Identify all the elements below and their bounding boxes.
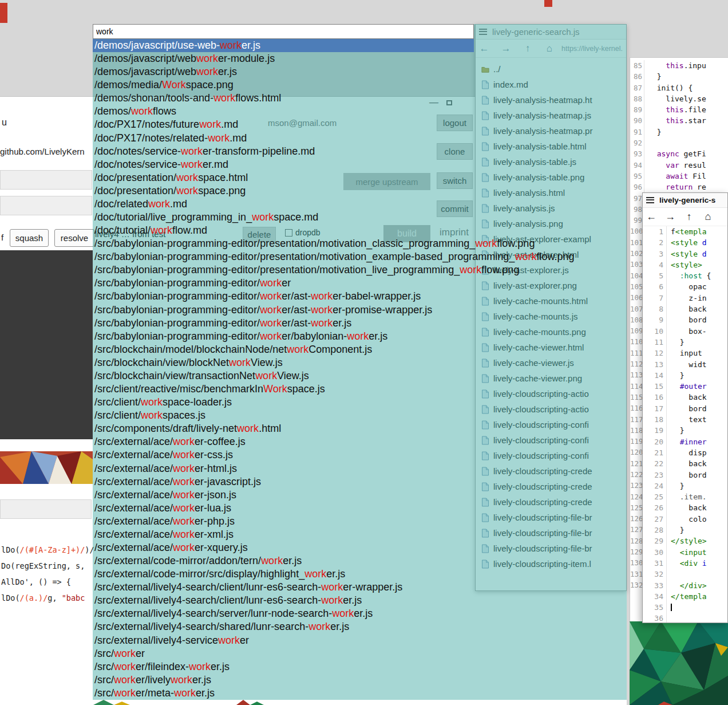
home-icon[interactable]: ⌂ (703, 211, 713, 223)
code-line[interactable]: 1f<templa (643, 226, 727, 237)
code-line[interactable]: 19 } (643, 425, 727, 436)
search-result-item[interactable]: /src/external/lively4-search/shared/lunr… (93, 620, 627, 633)
search-result-item[interactable]: /demos/shonan/tools-and-workflows.html (93, 92, 627, 105)
code-line[interactable]: 88 lively.se (630, 93, 728, 104)
code-line[interactable]: 13 widt (643, 359, 727, 370)
code-line[interactable]: 3<style d (643, 249, 727, 259)
code-line[interactable]: 34</templa (643, 591, 727, 602)
search-result-item[interactable]: /src/components/draft/lively-network.htm… (93, 422, 627, 435)
code-line[interactable]: 4<style> (643, 259, 727, 270)
search-result-item[interactable]: /src/worker/fileindex-worker.js (93, 660, 627, 674)
search-result-item[interactable]: /src/babylonian-programming-editor/worke… (93, 330, 627, 343)
code-line[interactable]: 87 init() { (630, 82, 728, 93)
code-line[interactable]: 25 .item. (643, 491, 727, 502)
code-line[interactable]: 36 (643, 613, 727, 623)
search-result-item[interactable]: /src/external/ace/worker-css.js (93, 448, 627, 462)
squash-button[interactable]: squash (10, 229, 49, 247)
code-line[interactable]: 15 #outer (643, 381, 727, 392)
resolve-button[interactable]: resolve (54, 229, 94, 247)
search-result-item[interactable]: /src/external/ace/worker-php.js (93, 515, 627, 528)
search-result-item[interactable]: /src/external/ace/worker-json.js (93, 489, 627, 502)
search-result-item[interactable]: /src/worker/meta-worker.js (93, 687, 627, 700)
code-line[interactable]: 14 } (643, 370, 727, 381)
search-result-item[interactable]: /src/external/ace/worker-lua.js (93, 502, 627, 515)
code-line[interactable]: 89 this.file (630, 104, 728, 115)
search-result-item[interactable]: /doc/relatedwork.md (93, 198, 627, 211)
clipped-button-f[interactable]: f (1, 233, 3, 242)
search-result-item[interactable]: /demos/media/Workspace.png (93, 78, 627, 92)
search-result-item[interactable]: /src/babylonian-programming-editor/worke… (93, 304, 627, 317)
search-result-item[interactable]: /src/client/reactive/misc/benchmarkInWor… (93, 383, 627, 396)
code-line[interactable]: 30 <input (643, 547, 727, 558)
code-line[interactable]: 91 } (630, 127, 728, 137)
code-line[interactable]: 94 var resul (630, 160, 728, 171)
code-line[interactable]: 27 colo (643, 514, 727, 525)
search-result-item[interactable]: /doc/PX17/notes/related-work.md (93, 132, 627, 145)
search-result-item[interactable]: /src/external/code-mirror/addon/tern/wor… (93, 554, 627, 568)
code-line[interactable]: 23 bord (643, 470, 727, 480)
search-result-item[interactable]: /demos/javascript/webworker.js (93, 65, 627, 78)
code-line[interactable]: 35 (643, 602, 727, 613)
search-result-item[interactable]: /demos/javascript/use-web-worker.js (93, 39, 627, 52)
search-result-item[interactable]: /src/worker (93, 647, 627, 660)
code-line[interactable]: 2<style d (643, 237, 727, 248)
code-line[interactable]: 17 bord (643, 403, 727, 414)
search-input[interactable] (93, 24, 474, 39)
search-result-item[interactable]: /src/external/lively4-search/server/lunr… (93, 607, 627, 620)
search-result-item[interactable]: /src/babylonian-programming-editor/prese… (93, 237, 627, 250)
search-result-item[interactable]: /src/external/ace/worker-html.js (93, 462, 627, 475)
search-result-item[interactable]: /doc/tutorial/workflow.md (93, 224, 627, 237)
search-result-item[interactable]: /src/worker/livelyworker.js (93, 674, 627, 687)
search-result-item[interactable]: /src/external/lively4-serviceworker (93, 634, 627, 647)
search-result-item[interactable]: /src/babylonian-programming-editor/worke… (93, 277, 627, 290)
search-result-item[interactable]: /demos/javascript/webworker-module.js (93, 52, 627, 65)
search-result-item[interactable]: /src/babylonian-programming-editor/worke… (93, 317, 627, 330)
code-line[interactable]: 7 z-in (643, 293, 727, 304)
code-window-lines[interactable]: 1f<templa2<style d3<style d4<style>5 :ho… (643, 226, 727, 623)
search-result-item[interactable]: /src/external/ace/worker-xml.js (93, 528, 627, 541)
search-result-item[interactable]: /src/blockchain/model/blockchainNode/net… (93, 343, 627, 356)
code-line[interactable]: 29</style> (643, 535, 727, 546)
search-result-item[interactable]: /doc/PX17/notes/futurework.md (93, 118, 627, 131)
text-field-3[interactable] (0, 499, 92, 519)
search-result-item[interactable]: /demos/workflows (93, 105, 627, 118)
code-line[interactable]: 8 back (643, 304, 727, 314)
code-line[interactable]: 11 } (643, 337, 727, 348)
search-result-item[interactable]: /src/babylonian-programming-editor/prese… (93, 250, 627, 263)
code-line[interactable]: 31 <div i (643, 558, 727, 569)
code-line[interactable]: 9 bord (643, 314, 727, 325)
search-result-item[interactable]: /src/blockchain/view/transactionNetworkV… (93, 369, 627, 383)
code-line[interactable]: 90 this.star (630, 115, 728, 126)
code-line[interactable]: 92 (630, 137, 728, 148)
search-result-item[interactable]: /doc/presentation/workspace.html (93, 171, 627, 184)
search-result-item[interactable]: /src/babylonian-programming-editor/worke… (93, 290, 627, 303)
code-line[interactable]: 16 back (643, 392, 727, 403)
code-line[interactable]: 95 await Fil (630, 171, 728, 182)
code-line[interactable]: 20 #inner (643, 436, 727, 447)
code-line[interactable]: 32 (643, 569, 727, 580)
search-result-item[interactable]: /src/client/workspace-loader.js (93, 396, 627, 409)
search-result-item[interactable]: /src/external/ace/worker-coffee.js (93, 435, 627, 448)
forward-icon[interactable]: → (665, 211, 675, 223)
search-result-item[interactable]: /src/external/lively4-search/client/lunr… (93, 594, 627, 607)
search-result-item[interactable]: /doc/tutorial/live_programming_in_worksp… (93, 211, 627, 224)
text-field-2[interactable] (0, 196, 92, 215)
code-line[interactable]: 10 box- (643, 326, 727, 337)
code-line[interactable]: 33 </div> (643, 580, 727, 591)
code-line[interactable]: 93 async getFi (630, 148, 728, 159)
search-result-item[interactable]: /src/babylonian-programming-editor/prese… (93, 263, 627, 277)
up-icon[interactable]: ↑ (684, 211, 694, 223)
back-icon[interactable]: ← (646, 211, 656, 223)
search-result-item[interactable]: /src/external/code-mirror/src/display/hi… (93, 568, 627, 581)
search-result-item[interactable]: /src/external/ace/worker-javascript.js (93, 475, 627, 489)
search-result-item[interactable]: /src/client/workspaces.js (93, 409, 627, 422)
search-result-item[interactable]: /doc/notes/service-worker.md (93, 158, 627, 171)
code-line[interactable]: 28 } (643, 525, 727, 535)
search-result-item[interactable]: /src/external/ace/worker-xquery.js (93, 541, 627, 554)
search-result-item[interactable]: /doc/presentation/workspace.png (93, 184, 627, 198)
search-result-item[interactable]: /src/blockchain/view/blockNetworkView.js (93, 356, 627, 369)
code-line[interactable]: 5 :host { (643, 270, 727, 281)
code-line[interactable]: 26 back (643, 502, 727, 513)
code-line[interactable]: 21 disp (643, 447, 727, 458)
code-line[interactable]: 96 return re (630, 182, 728, 192)
